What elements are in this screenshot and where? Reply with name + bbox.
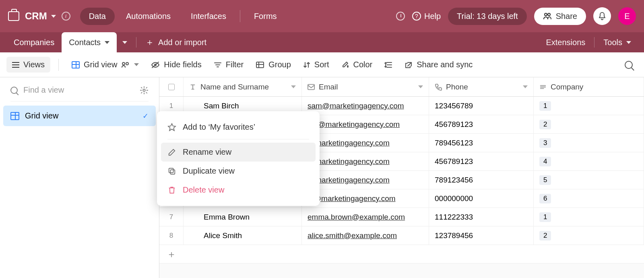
company-tag: 2 <box>539 231 551 241</box>
cell-email[interactable]: @marketingagency.com <box>302 171 429 189</box>
share-button[interactable]: Share <box>534 8 586 25</box>
cell-company[interactable]: 2 <box>534 226 644 245</box>
help-button[interactable]: ? Help <box>412 12 441 21</box>
ctx-rename-view[interactable]: Rename view <box>161 143 316 162</box>
trash-icon <box>167 186 176 195</box>
star-icon <box>167 123 176 132</box>
column-header-company[interactable]: Company <box>534 77 644 96</box>
filter-button[interactable]: Filter <box>209 57 248 73</box>
app-header: CRM i Data Automations Interfaces Forms … <box>0 0 644 32</box>
color-label: Color <box>353 60 372 69</box>
cell-email[interactable]: ja@marketingagency.com <box>302 189 429 207</box>
app-title[interactable]: CRM <box>25 10 56 22</box>
cell-phone[interactable]: 789456123 <box>429 134 534 152</box>
group-button[interactable]: Group <box>251 57 296 73</box>
trial-label: Trial: 13 days left <box>457 12 518 21</box>
ctx-delete-view[interactable]: Delete view <box>161 180 316 199</box>
nav-tab-forms-label: Forms <box>254 12 277 21</box>
chevron-down-icon <box>134 63 139 66</box>
briefcase-icon[interactable] <box>8 11 19 21</box>
sort-button[interactable]: Sort <box>298 57 334 73</box>
extensions-button[interactable]: Extensions <box>540 38 591 47</box>
add-or-import-label: Add or import <box>158 38 206 47</box>
cell-phone[interactable]: 456789123 <box>429 115 534 133</box>
subheader-right: Extensions Tools <box>540 37 644 48</box>
hide-fields-button[interactable]: Hide fields <box>146 57 206 73</box>
cell-name[interactable]: Emma Brown <box>184 208 302 226</box>
column-header-email[interactable]: Email <box>302 77 429 96</box>
ctx-add-favorites[interactable]: Add to ‘My favorites’ <box>161 118 316 137</box>
search-button[interactable] <box>620 58 638 72</box>
avatar-button[interactable]: E <box>618 7 636 25</box>
cell-email[interactable]: alice.smith@example.com <box>302 226 429 245</box>
nav-tab-forms[interactable]: Forms <box>245 8 286 25</box>
tools-label: Tools <box>603 38 622 47</box>
column-header-name[interactable]: Name and Surname <box>184 77 302 96</box>
table-row[interactable]: 8Alice Smithalice.smith@example.com12378… <box>159 226 644 245</box>
cell-phone[interactable]: 111222333 <box>429 208 534 226</box>
cell-email[interactable]: rlie@marketingagency.com <box>302 115 429 133</box>
cell-email[interactable]: sam@marketingagency.com <box>302 97 429 115</box>
cell-email[interactable]: @marketingagency.com <box>302 134 429 152</box>
nav-tab-automations[interactable]: Automations <box>117 8 180 25</box>
views-label: Views <box>23 60 45 69</box>
current-view-button[interactable]: Grid view <box>67 57 144 73</box>
cell-company[interactable]: 1 <box>534 97 644 115</box>
pencil-icon <box>167 148 176 157</box>
tables-bar: Companies Contacts ＋ Add or import Exten… <box>0 32 644 52</box>
group-label: Group <box>268 60 291 69</box>
history-icon[interactable] <box>396 12 405 21</box>
people-icon <box>121 62 130 68</box>
trial-badge[interactable]: Trial: 13 days left <box>448 8 527 25</box>
find-view-input[interactable] <box>23 85 134 95</box>
table-tab-contacts-label: Contacts <box>69 38 101 47</box>
email-icon <box>308 83 315 91</box>
table-row[interactable]: 7Emma Brownemma.brown@example.com1112223… <box>159 208 644 226</box>
svg-rect-20 <box>170 170 175 174</box>
cell-email[interactable]: emma.brown@example.com <box>302 208 429 226</box>
cell-company[interactable]: 6 <box>534 189 644 207</box>
nav-tab-interfaces[interactable]: Interfaces <box>182 8 235 25</box>
cell-phone[interactable]: 789123456 <box>429 171 534 189</box>
cell-phone[interactable]: 123789456 <box>429 226 534 245</box>
cell-name[interactable]: Alice Smith <box>184 226 302 245</box>
column-header-phone[interactable]: Phone <box>429 77 534 96</box>
add-or-import-button[interactable]: ＋ Add or import <box>140 36 212 48</box>
extensions-label: Extensions <box>546 38 585 47</box>
cell-company[interactable]: 4 <box>534 152 644 170</box>
cell-company[interactable]: 5 <box>534 171 644 189</box>
table-tab-companies[interactable]: Companies <box>6 32 62 52</box>
search-icon <box>625 61 633 69</box>
sort-icon <box>303 61 310 68</box>
cell-phone[interactable]: 123456789 <box>429 97 534 115</box>
row-height-button[interactable] <box>380 58 397 72</box>
cell-phone[interactable]: 456789123 <box>429 152 534 170</box>
ctx-duplicate-view[interactable]: Duplicate view <box>161 162 316 180</box>
info-icon[interactable]: i <box>62 12 70 21</box>
cell-phone[interactable]: 000000000 <box>429 189 534 207</box>
external-icon <box>405 61 413 68</box>
notifications-button[interactable] <box>593 7 611 25</box>
sort-label: Sort <box>314 60 329 69</box>
table-menu-button[interactable] <box>117 41 133 44</box>
ctx-add-favorites-label: Add to ‘My favorites’ <box>183 122 255 132</box>
nav-tab-data[interactable]: Data <box>80 8 115 25</box>
sidebar-view-item[interactable]: Grid view ✓ <box>3 106 156 126</box>
tools-button[interactable]: Tools <box>598 38 637 47</box>
table-tab-contacts[interactable]: Contacts <box>62 32 117 52</box>
cell-company[interactable]: 1 <box>534 208 644 226</box>
gear-icon[interactable] <box>140 86 149 95</box>
column-header-phone-label: Phone <box>446 83 468 91</box>
select-all-cell[interactable] <box>159 77 184 96</box>
separator <box>167 139 309 139</box>
people-icon <box>543 12 552 20</box>
add-row-button[interactable]: ＋ <box>159 245 644 263</box>
cell-company[interactable]: 3 <box>534 134 644 152</box>
cell-company[interactable]: 2 <box>534 115 644 133</box>
share-sync-button[interactable]: Share and sync <box>400 57 477 73</box>
separator <box>136 37 136 48</box>
views-toggle-button[interactable]: Views <box>6 57 50 73</box>
color-button[interactable]: Color <box>336 57 377 73</box>
main-area: Grid view ✓ Name and Surname Email Phone <box>0 77 644 278</box>
cell-email[interactable]: @marketingagency.com <box>302 152 429 170</box>
